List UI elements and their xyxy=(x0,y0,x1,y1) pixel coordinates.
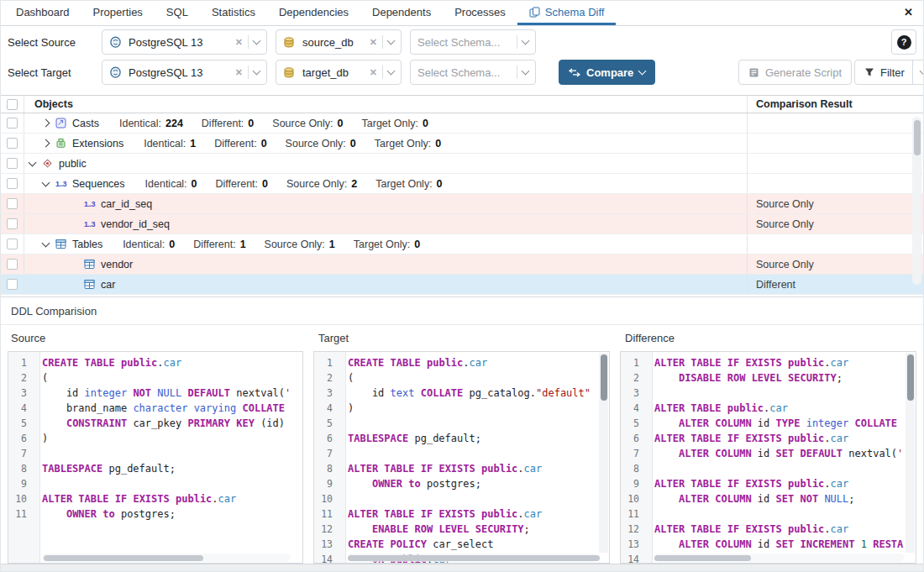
object-cell[interactable]: vendor xyxy=(24,255,747,274)
source-server-select[interactable]: PostgreSQL 13 ✕ xyxy=(102,29,267,55)
database-icon xyxy=(283,37,297,48)
chevron-down-icon[interactable] xyxy=(638,66,647,75)
clear-icon[interactable]: ✕ xyxy=(235,37,243,48)
collapse-chevron-icon[interactable] xyxy=(29,158,37,166)
object-cell[interactable]: TablesIdentical:0Different:1Source Only:… xyxy=(24,234,747,254)
table-row[interactable]: 1..3car_id_seqSource Only xyxy=(1,194,923,214)
code-line: 12 ENABLE ROW LEVEL SECURITY; xyxy=(314,522,609,537)
tab-processes[interactable]: Processes xyxy=(443,1,517,25)
scrollbar-thumb[interactable] xyxy=(348,555,600,561)
source-schema-select[interactable]: Select Schema... xyxy=(410,29,536,55)
tab-sql[interactable]: SQL xyxy=(155,1,200,25)
table-row[interactable]: vendorSource Only xyxy=(1,255,923,275)
checkbox[interactable] xyxy=(7,118,18,129)
chevron-down-icon[interactable] xyxy=(253,36,261,45)
checkbox[interactable] xyxy=(7,279,18,290)
scrollbar-thumb[interactable] xyxy=(44,555,203,561)
clear-icon[interactable]: ✕ xyxy=(235,67,243,78)
expand-chevron-icon[interactable] xyxy=(42,139,50,148)
generate-script-button[interactable]: Generate Script xyxy=(738,60,852,85)
target-code-editor[interactable]: 1CREATE TABLE public.car2(3 id text COLL… xyxy=(313,351,610,564)
checkbox[interactable] xyxy=(7,259,18,270)
scrollbar-thumb[interactable] xyxy=(914,120,921,155)
checkbox[interactable] xyxy=(7,198,18,209)
line-number: 5 xyxy=(621,417,646,429)
target-schema-select[interactable]: Select Schema... xyxy=(410,60,536,85)
filter-dropdown-toggle[interactable] xyxy=(912,60,924,84)
table-row[interactable]: ExtensionsIdentical:1Different:0Source O… xyxy=(1,134,923,154)
source-code-editor[interactable]: 1CREATE TABLE public.car2(3 id integer N… xyxy=(8,351,303,564)
chevron-down-icon[interactable] xyxy=(387,66,396,75)
line-number: 7 xyxy=(314,448,339,459)
select-all-checkbox[interactable] xyxy=(1,96,24,113)
vertical-scrollbar[interactable] xyxy=(906,353,915,553)
clear-icon[interactable]: ✕ xyxy=(370,37,377,48)
scrollbar-thumb[interactable] xyxy=(654,555,751,561)
code-line: 8ALTER TABLE IF EXISTS public.car xyxy=(314,461,609,476)
stat-value: 0 xyxy=(350,138,356,150)
compare-button[interactable]: Compare xyxy=(559,60,655,85)
filter-button[interactable]: Filter xyxy=(854,60,924,85)
object-cell[interactable]: 1..3vendor_id_seq xyxy=(24,214,747,234)
chevron-down-icon[interactable] xyxy=(522,66,530,75)
tab-dependents[interactable]: Dependents xyxy=(360,1,443,25)
tab-dashboard[interactable]: Dashboard xyxy=(4,1,81,25)
chevron-down-icon[interactable] xyxy=(387,36,396,45)
target-server-select[interactable]: PostgreSQL 13 ✕ xyxy=(102,60,267,85)
object-cell[interactable]: 1..3car_id_seq xyxy=(24,194,747,213)
code-line: 3 xyxy=(621,386,916,401)
comparison-result-column-header[interactable]: Comparison Result xyxy=(747,96,908,113)
chevron-down-icon[interactable] xyxy=(253,66,261,75)
tab-properties[interactable]: Properties xyxy=(81,1,155,25)
checkbox[interactable] xyxy=(7,138,18,149)
help-button[interactable]: ? xyxy=(891,29,916,55)
table-row[interactable]: carDifferent xyxy=(1,275,923,295)
checkbox[interactable] xyxy=(7,99,18,110)
object-cell[interactable]: public xyxy=(24,154,747,173)
table-row[interactable]: CastsIdentical:224Different:0Source Only… xyxy=(1,113,923,134)
difference-code-editor[interactable]: 1ALTER TABLE IF EXISTS public.car2 DISAB… xyxy=(620,351,916,564)
object-name: public xyxy=(59,158,87,170)
code-line: 8 xyxy=(621,461,916,476)
horizontal-scrollbar[interactable] xyxy=(348,554,597,562)
horizontal-scrollbar[interactable] xyxy=(42,554,291,562)
table-row[interactable]: public xyxy=(1,154,923,174)
checkbox[interactable] xyxy=(7,239,18,249)
chevron-down-icon[interactable] xyxy=(522,36,530,45)
code-text: ( xyxy=(34,372,48,384)
object-cell[interactable]: car xyxy=(24,275,747,294)
code-text: ( xyxy=(339,372,354,384)
stat: Target Only:0 xyxy=(375,138,441,150)
checkbox[interactable] xyxy=(7,158,18,169)
code-line: 9 OWNER to postgres; xyxy=(314,476,609,491)
vertical-scrollbar[interactable] xyxy=(599,353,608,553)
vertical-scrollbar[interactable] xyxy=(912,117,921,285)
object-cell[interactable]: 1..3SequencesIdentical:0Different:0Sourc… xyxy=(24,174,747,193)
table-row[interactable]: 1..3SequencesIdentical:0Different:0Sourc… xyxy=(1,174,923,194)
source-database-select[interactable]: source_db ✕ xyxy=(276,29,402,55)
close-icon[interactable]: ✕ xyxy=(904,6,913,18)
tab-schema-diff[interactable]: Schema Diff xyxy=(517,1,617,25)
divider xyxy=(248,66,249,79)
tab-statistics[interactable]: Statistics xyxy=(200,1,267,25)
line-number: 4 xyxy=(621,402,646,414)
clear-icon[interactable]: ✕ xyxy=(370,67,377,78)
horizontal-scrollbar[interactable] xyxy=(654,554,904,562)
checkbox[interactable] xyxy=(7,178,18,189)
scrollbar-thumb[interactable] xyxy=(907,354,914,401)
tab-label: Properties xyxy=(93,6,143,18)
object-cell[interactable]: CastsIdentical:224Different:0Source Only… xyxy=(24,113,747,133)
checkbox[interactable] xyxy=(7,218,18,229)
target-database-select[interactable]: target_db ✕ xyxy=(276,60,402,85)
table-row[interactable]: 1..3vendor_id_seqSource Only xyxy=(1,214,923,234)
table-row[interactable]: TablesIdentical:0Different:1Source Only:… xyxy=(1,234,923,255)
object-cell[interactable]: ExtensionsIdentical:1Different:0Source O… xyxy=(24,134,747,153)
objects-column-header[interactable]: Objects xyxy=(24,96,747,113)
expand-chevron-icon[interactable] xyxy=(42,119,50,128)
collapse-chevron-icon[interactable] xyxy=(42,178,50,186)
scrollbar-thumb[interactable] xyxy=(601,354,607,401)
collapse-chevron-icon[interactable] xyxy=(42,239,50,247)
tab-dependencies[interactable]: Dependencies xyxy=(267,1,360,25)
select-target-label: Select Target xyxy=(8,57,71,88)
object-name: Extensions xyxy=(72,138,123,150)
